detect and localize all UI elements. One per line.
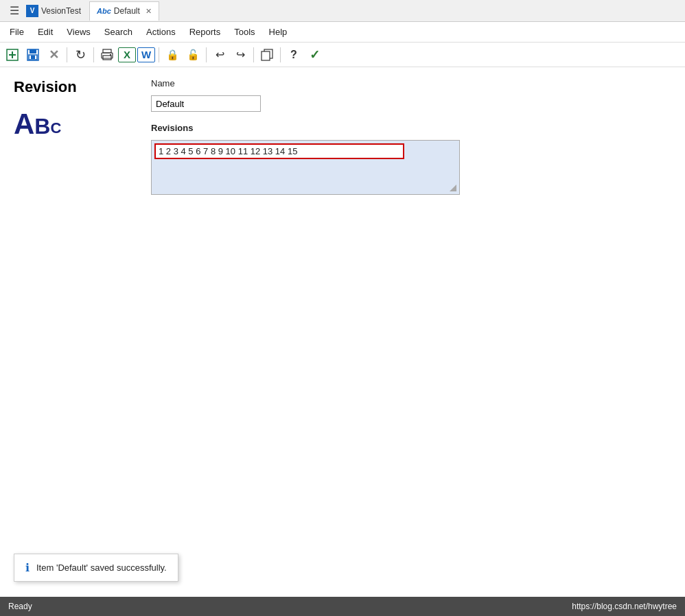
toolbar-sep-4: [206, 47, 207, 62]
revision-icon: A B C: [14, 110, 61, 139]
svg-rect-7: [103, 49, 111, 53]
menu-actions[interactable]: Actions: [139, 24, 183, 40]
svg-rect-10: [110, 54, 111, 56]
revisions-selected-value[interactable]: 1 2 3 4 5 6 7 8 9 10 11 12 13 14 15: [154, 143, 404, 159]
delete-button[interactable]: ✕: [44, 45, 63, 64]
menu-bar: File Edit Views Search Actions Reports T…: [0, 22, 685, 43]
title-bar: ☰ V VesionTest Abc Default ✕: [0, 0, 685, 22]
toolbar: ✕ ↻ X W 🔒 🔓 ↩ ↪ ? ✓: [0, 43, 685, 67]
save-button[interactable]: [23, 45, 43, 64]
svg-rect-6: [31, 56, 35, 59]
tab-icon: Abc: [97, 7, 111, 15]
app-title: VesionTest: [41, 6, 81, 16]
undo-button[interactable]: ↩: [210, 45, 229, 64]
menu-help[interactable]: Help: [262, 24, 294, 40]
toolbar-sep-2: [93, 47, 94, 62]
left-panel: Revision A B C: [14, 78, 151, 586]
export-word-button[interactable]: W: [137, 47, 155, 62]
revision-icon-a: A: [14, 110, 34, 139]
copy-button[interactable]: [257, 45, 277, 64]
toolbar-sep-5: [253, 47, 254, 62]
name-input[interactable]: [151, 95, 261, 112]
status-url: https://blog.csdn.net/hwytree: [572, 602, 677, 611]
redo-button[interactable]: ↪: [231, 45, 250, 64]
tab-close-button[interactable]: ✕: [146, 7, 152, 16]
refresh-button[interactable]: ↻: [71, 45, 90, 64]
toolbar-sep-1: [67, 47, 67, 62]
default-tab[interactable]: Abc Default ✕: [89, 1, 159, 21]
add-button[interactable]: [3, 45, 22, 64]
toast-icon: ℹ: [25, 561, 30, 574]
svg-rect-12: [262, 51, 270, 60]
svg-rect-9: [103, 56, 111, 60]
name-label: Name: [151, 78, 671, 88]
unlock-button[interactable]: 🔓: [183, 45, 202, 64]
toast-notification: ℹ Item 'Default' saved successfully.: [14, 554, 178, 582]
toolbar-sep-3: [159, 47, 159, 62]
menu-views[interactable]: Views: [60, 24, 97, 40]
status-text: Ready: [8, 602, 32, 611]
main-content: Revision A B C Name Revisions 1 2 3 4 5 …: [0, 67, 685, 597]
resize-handle[interactable]: [450, 185, 458, 193]
revision-icon-b: B: [34, 115, 50, 137]
revision-icon-c: C: [50, 121, 61, 136]
svg-rect-4: [30, 49, 36, 54]
app-icon: V: [26, 5, 38, 17]
revision-title: Revision: [14, 78, 77, 96]
toolbar-sep-6: [280, 47, 281, 62]
form-panel: Name Revisions 1 2 3 4 5 6 7 8 9 10 11 1…: [151, 78, 671, 586]
revisions-label: Revisions: [151, 123, 671, 133]
lock-button[interactable]: 🔒: [163, 45, 182, 64]
status-bar: Ready https://blog.csdn.net/hwytree: [0, 597, 685, 616]
tab-label: Default: [114, 6, 140, 16]
print-button[interactable]: [97, 45, 117, 64]
main-area: Revision A B C Name Revisions 1 2 3 4 5 …: [0, 67, 685, 597]
menu-tools[interactable]: Tools: [227, 24, 262, 40]
menu-file[interactable]: File: [3, 24, 31, 40]
menu-edit[interactable]: Edit: [31, 24, 60, 40]
confirm-button[interactable]: ✓: [305, 45, 324, 64]
toast-message: Item 'Default' saved successfully.: [36, 562, 167, 573]
help-button[interactable]: ?: [284, 45, 303, 64]
hamburger-menu[interactable]: ☰: [5, 3, 23, 19]
revisions-container: 1 2 3 4 5 6 7 8 9 10 11 12 13 14 15: [151, 140, 460, 195]
menu-reports[interactable]: Reports: [183, 24, 228, 40]
export-excel-button[interactable]: X: [118, 47, 136, 62]
menu-search[interactable]: Search: [97, 24, 139, 40]
